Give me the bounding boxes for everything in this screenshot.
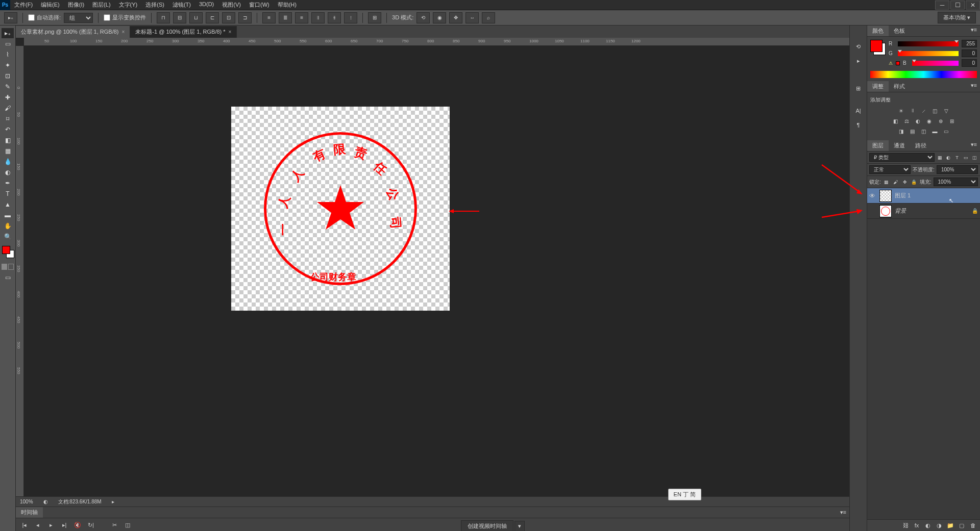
layer-fx-icon[interactable]: fx	[913, 521, 921, 529]
marquee-tool[interactable]: ▭	[2, 39, 14, 49]
timeline-first-frame-icon[interactable]: |◂	[20, 521, 29, 530]
brightness-adjust-icon[interactable]: ☀	[897, 107, 906, 115]
layer-visibility-icon[interactable]: 👁	[869, 192, 876, 199]
ruler-horizontal[interactable]: 0501001502002503003504004505005506006507…	[24, 38, 849, 46]
align-bottom-icon[interactable]: ⊔	[189, 12, 203, 23]
channelmixer-adjust-icon[interactable]: ⊛	[936, 117, 945, 125]
opacity-input[interactable]: 100%	[937, 165, 978, 174]
distribute-bottom-icon[interactable]: ≡	[295, 12, 308, 23]
shape-tool[interactable]: ▬	[2, 210, 14, 220]
gradient-tool[interactable]: ▦	[2, 146, 14, 156]
blur-tool[interactable]: 💧	[2, 157, 14, 167]
workspace-selector[interactable]: 基本功能 ▾	[938, 12, 976, 23]
colorbalance-adjust-icon[interactable]: ⚖	[902, 117, 912, 125]
status-arrow-icon[interactable]: ▸	[112, 499, 114, 504]
doc-size-info[interactable]: 文档:823.6K/1.88M	[58, 498, 102, 505]
filter-type-icon[interactable]: T	[953, 154, 961, 161]
quickmask-mode-icon[interactable]	[8, 264, 14, 270]
close-icon[interactable]: ×	[122, 29, 125, 35]
align-top-icon[interactable]: ⊓	[157, 12, 170, 23]
filter-pixel-icon[interactable]: ▦	[936, 154, 943, 161]
menu-help[interactable]: 帮助(H)	[274, 0, 301, 10]
align-left-icon[interactable]: ⊏	[206, 12, 219, 23]
properties-panel-icon[interactable]: ⊞	[853, 83, 864, 94]
adjustments-tab[interactable]: 调整	[867, 81, 889, 92]
align-right-icon[interactable]: ⊐	[238, 12, 252, 23]
create-timeline-dropdown-icon[interactable]: ▾	[514, 521, 525, 531]
pen-tool[interactable]: ✒	[2, 178, 14, 188]
vibrance-adjust-icon[interactable]: ▽	[942, 107, 951, 115]
menu-edit[interactable]: 编辑(E)	[37, 0, 64, 10]
layer-mask-icon[interactable]: ◐	[924, 521, 932, 529]
layers-panel-menu-icon[interactable]: ▾≡	[968, 140, 980, 151]
new-group-icon[interactable]: 📁	[946, 521, 954, 529]
standard-mode-icon[interactable]	[2, 264, 7, 270]
timeline-loop-icon[interactable]: ↻|	[86, 521, 95, 530]
styles-tab[interactable]: 样式	[889, 81, 910, 92]
create-video-timeline-button[interactable]: 创建视频时间轴	[461, 520, 513, 531]
distribute-left-icon[interactable]: ⫴	[311, 12, 325, 23]
close-icon[interactable]: ×	[229, 29, 232, 35]
move-tool[interactable]: ▸₊	[2, 28, 14, 38]
layer-thumbnail[interactable]	[879, 190, 892, 202]
threshold-adjust-icon[interactable]: ◫	[919, 127, 928, 135]
magic-wand-tool[interactable]: ✦	[2, 60, 14, 70]
auto-select-check[interactable]: 自动选择:	[28, 14, 61, 21]
zoom-level[interactable]: 100%	[20, 499, 33, 504]
3d-slide-icon[interactable]: ↔	[465, 12, 479, 23]
new-adjustment-layer-icon[interactable]: ◑	[935, 521, 943, 529]
foreground-color-swatch[interactable]	[2, 246, 10, 254]
layers-tab[interactable]: 图层	[867, 140, 889, 151]
layer-name[interactable]: 图层 1	[895, 192, 978, 199]
3d-pan-icon[interactable]: ✥	[449, 12, 462, 23]
posterize-adjust-icon[interactable]: ▤	[908, 127, 917, 135]
layer-row-1[interactable]: 👁 图层 1 ↖	[867, 188, 980, 204]
eraser-tool[interactable]: ◧	[2, 135, 14, 145]
align-hcenter-icon[interactable]: ⊡	[222, 12, 235, 23]
doc-tab-0[interactable]: 公章素材.png @ 100% (图层 1, RGB/8) ×	[16, 26, 130, 38]
menu-type[interactable]: 文字(Y)	[115, 0, 142, 10]
spectrum-picker[interactable]	[870, 71, 977, 78]
dodge-tool[interactable]: ◐	[2, 167, 14, 178]
menu-window[interactable]: 窗口(W)	[245, 0, 274, 10]
menu-image[interactable]: 图像(I)	[64, 0, 88, 10]
layer-filter-type-select[interactable]: ₽ 类型	[869, 153, 935, 162]
healing-brush-tool[interactable]: ✚	[2, 92, 14, 103]
3d-roll-icon[interactable]: ◉	[433, 12, 446, 23]
lock-position-icon[interactable]: ✥	[901, 179, 909, 186]
minimize-button[interactable]: ─	[935, 1, 949, 10]
r-input[interactable]	[962, 40, 977, 47]
path-select-tool[interactable]: ▲	[2, 199, 14, 210]
exposure-adjust-icon[interactable]: ◫	[930, 107, 940, 115]
timeline-play-icon[interactable]: ▸	[46, 521, 56, 530]
bw-adjust-icon[interactable]: ◐	[914, 117, 923, 125]
g-slider[interactable]	[898, 51, 959, 56]
screen-mode-tool[interactable]: ▭	[2, 272, 14, 283]
color-swatches[interactable]	[1, 246, 14, 259]
g-input[interactable]	[962, 49, 977, 57]
timeline-prev-frame-icon[interactable]: ◂	[33, 521, 42, 530]
filter-adjust-icon[interactable]: ◐	[945, 154, 952, 161]
timeline-next-frame-icon[interactable]: ▸|	[60, 521, 69, 530]
close-button[interactable]: ✕	[966, 1, 980, 10]
menu-select[interactable]: 选择(S)	[141, 0, 168, 10]
adjust-panel-menu-icon[interactable]: ▾≡	[968, 81, 980, 92]
menu-3d[interactable]: 3D(D)	[195, 0, 218, 10]
photofilter-adjust-icon[interactable]: ◉	[925, 117, 934, 125]
gradientmap-adjust-icon[interactable]: ▬	[930, 127, 940, 135]
menu-layer[interactable]: 图层(L)	[88, 0, 114, 10]
show-transform-check[interactable]: 显示变换控件	[104, 14, 146, 21]
paragraph-panel-icon[interactable]: ¶	[853, 119, 864, 131]
zoom-tool[interactable]: 🔍	[2, 232, 14, 242]
history-panel-icon[interactable]: ⟲	[853, 41, 864, 52]
character-panel-icon[interactable]: A|	[853, 105, 864, 116]
timeline-tab[interactable]: 时间轴	[16, 507, 43, 518]
brush-tool[interactable]: 🖌	[2, 103, 14, 113]
maximize-button[interactable]: ☐	[950, 1, 965, 10]
3d-orbit-icon[interactable]: ⟲	[416, 12, 430, 23]
channels-tab[interactable]: 通道	[889, 140, 910, 151]
type-tool[interactable]: T	[2, 189, 14, 199]
invert-adjust-icon[interactable]: ◨	[897, 127, 906, 135]
distribute-hcenter-icon[interactable]: ⫵	[328, 12, 341, 23]
timeline-audio-icon[interactable]: 🔇	[73, 521, 82, 530]
